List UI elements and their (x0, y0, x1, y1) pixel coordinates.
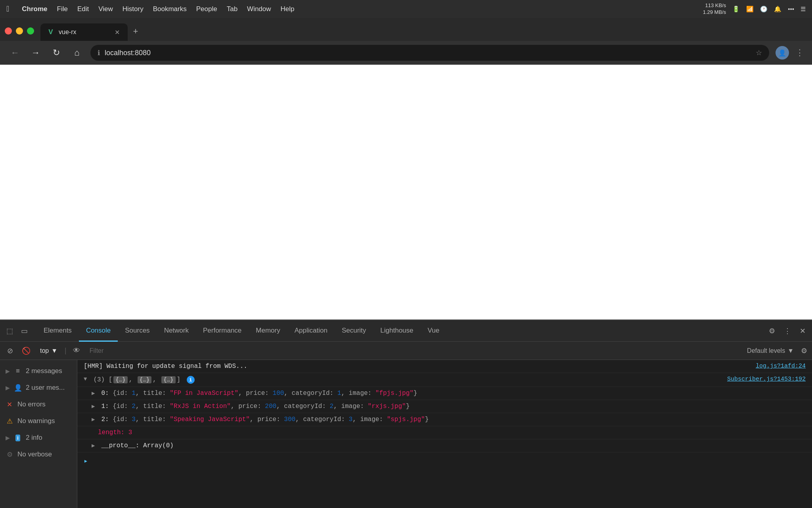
menu-tab[interactable]: Tab (222, 4, 242, 15)
item2-expand-icon[interactable]: ▶ (92, 416, 95, 423)
profile-icon[interactable]: 👤 (776, 46, 789, 60)
tab-security[interactable]: Security (335, 320, 373, 342)
verbose-icon: ⚙ (6, 450, 13, 458)
tab-lighthouse[interactable]: Lighthouse (373, 320, 420, 342)
messages-icon: ≡ (14, 367, 22, 375)
reload-button[interactable]: ↻ (49, 46, 63, 60)
tab-console[interactable]: Console (79, 320, 118, 342)
menu-view[interactable]: View (94, 4, 118, 15)
menubar-right: 113 KB/s 1.29 MB/s 🔋 📶 🕐 🔔 ••• ☰ (703, 2, 806, 16)
array-item-2: ▶ 2: {id: 3, title: "Speaking JavaScript… (77, 413, 812, 426)
sidebar-item-info[interactable]: ▶ i 2 info (0, 430, 77, 446)
sidebar-item-verbose[interactable]: ⚙ No verbose (0, 446, 77, 462)
battery-icon: 🔋 (732, 6, 740, 13)
tab-title: vue-rx (59, 29, 109, 36)
traffic-light-minimize[interactable] (16, 27, 23, 35)
toolbar-right: ⚙ (801, 346, 807, 355)
item0-expand-icon[interactable]: ▶ (92, 390, 95, 396)
clock-icon: 🕐 (760, 6, 768, 13)
proto-expand-icon[interactable]: ▶ (92, 442, 95, 449)
prompt-chevron-icon: ▸ (84, 457, 88, 465)
url-text: localhost:8080 (105, 49, 751, 57)
item1-content: 1: {id: 2, title: "RxJS in Action", pric… (101, 403, 806, 410)
devtools-main: ▶ ≡ 2 messages ▶ 👤 2 user mes... ✕ No er… (0, 360, 812, 508)
array-summary: (3) [{…}, {…}, {…}] i (93, 376, 722, 384)
apple-icon[interactable]:  (6, 4, 9, 13)
expand-messages-icon: ▶ (6, 368, 10, 374)
array-expand-icon[interactable]: ▼ (84, 376, 87, 382)
info-badge: i (187, 376, 195, 384)
context-selector[interactable]: top ▼ (37, 346, 61, 356)
console-prompt[interactable]: ▸ (77, 452, 812, 469)
levels-label: Default levels (747, 347, 785, 354)
sidebar-label-messages: 2 messages (26, 367, 62, 375)
menu-history[interactable]: History (118, 4, 148, 15)
expand-user-messages-icon: ▶ (6, 385, 10, 391)
clear-console-icon[interactable]: ⊘ (5, 345, 15, 357)
eye-icon[interactable]: 👁 (71, 345, 82, 356)
sidebar-label-errors: No errors (17, 400, 46, 408)
console-output[interactable]: [HMR] Waiting for update signal from WDS… (77, 360, 812, 508)
traffic-light-fullscreen[interactable] (27, 27, 34, 35)
menu-bookmarks[interactable]: Bookmarks (148, 4, 192, 15)
sidebar-label-info: 2 info (26, 434, 42, 442)
traffic-lights (5, 27, 34, 35)
menu-chrome[interactable]: Chrome (17, 4, 52, 15)
menu-edit[interactable]: Edit (73, 4, 94, 15)
item2-content: 2: {id: 3, title: "Speaking JavaScript",… (101, 416, 806, 423)
devtools-sidebar: ▶ ≡ 2 messages ▶ 👤 2 user mes... ✕ No er… (0, 360, 77, 508)
browser-tab-active[interactable]: V vue-rx ✕ (40, 23, 128, 41)
url-bar[interactable]: ℹ localhost:8080 ☆ (90, 45, 769, 61)
devtools-more-icon[interactable]: ⋮ (781, 324, 793, 338)
tab-close-button[interactable]: ✕ (113, 28, 121, 37)
sidebar-item-user-messages[interactable]: ▶ 👤 2 user mes... (0, 380, 77, 396)
tab-application[interactable]: Application (287, 320, 335, 342)
devtools-settings-icon[interactable]: ⚙ (766, 324, 778, 338)
menubar:  Chrome File Edit View History Bookmark… (0, 0, 812, 18)
devtools: ⬚ ▭ Elements Console Sources Network Per… (0, 319, 812, 508)
item0-content: 0: {id: 1, title: "FP in JavaScript", pr… (101, 390, 806, 397)
filter-input[interactable] (86, 346, 740, 356)
home-button[interactable]: ⌂ (70, 46, 84, 60)
devtools-close-icon[interactable]: ✕ (797, 324, 808, 338)
menu-file[interactable]: File (52, 4, 73, 15)
menu-help[interactable]: Help (276, 4, 299, 15)
tab-network[interactable]: Network (157, 320, 196, 342)
devtools-device-icon[interactable]: ▭ (19, 324, 30, 338)
new-tab-button[interactable]: + (128, 23, 144, 39)
sidebar-item-warnings[interactable]: ⚠ No warnings (0, 413, 77, 429)
tab-bar: V vue-rx ✕ + (0, 18, 812, 41)
sidebar-item-messages[interactable]: ▶ ≡ 2 messages (0, 363, 77, 379)
errors-icon: ✕ (6, 400, 13, 408)
warnings-icon: ⚠ (6, 417, 13, 425)
browser-more-button[interactable]: ⋮ (795, 48, 804, 58)
sidebar-item-errors[interactable]: ✕ No errors (0, 396, 77, 412)
block-icon[interactable]: 🚫 (19, 345, 33, 357)
array-item-0: ▶ 0: {id: 1, title: "FP in JavaScript", … (77, 387, 812, 400)
traffic-light-close[interactable] (5, 27, 12, 35)
array-source-link[interactable]: Subscriber.js?1453:192 (727, 376, 806, 383)
wifi-icon: 📶 (746, 6, 754, 13)
notification-icon: 🔔 (774, 6, 781, 13)
page-content (0, 65, 812, 319)
menu-window[interactable]: Window (242, 4, 276, 15)
bookmark-icon[interactable]: ☆ (756, 48, 762, 57)
expand-info-icon: ▶ (6, 435, 10, 441)
tab-vue[interactable]: Vue (421, 320, 447, 342)
console-settings-icon[interactable]: ⚙ (801, 346, 807, 355)
levels-chevron-icon: ▼ (787, 347, 794, 354)
devtools-tab-icons: ⬚ ▭ (4, 324, 30, 338)
forward-button[interactable]: → (29, 46, 43, 60)
back-button[interactable]: ← (8, 46, 22, 60)
sidebar-label-warnings: No warnings (17, 417, 55, 425)
devtools-inspect-icon[interactable]: ⬚ (4, 324, 15, 338)
sidebar-label-verbose: No verbose (17, 450, 52, 458)
menu-people[interactable]: People (192, 4, 222, 15)
item1-expand-icon[interactable]: ▶ (92, 403, 95, 410)
hmr-source-link[interactable]: log.js?1afd:24 (756, 363, 806, 369)
tab-performance[interactable]: Performance (196, 320, 249, 342)
tab-elements[interactable]: Elements (36, 320, 79, 342)
levels-selector[interactable]: Default levels ▼ (744, 346, 797, 356)
tab-sources[interactable]: Sources (118, 320, 157, 342)
tab-memory[interactable]: Memory (249, 320, 287, 342)
